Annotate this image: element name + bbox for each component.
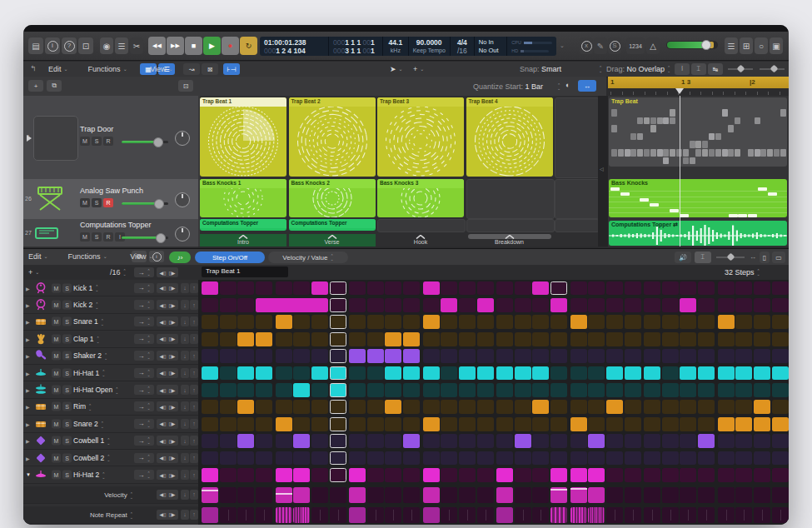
rotate-left-icon[interactable]: ◀▯ <box>160 421 167 426</box>
step-cell[interactable] <box>237 366 254 381</box>
step-cell[interactable] <box>532 417 549 431</box>
step-cell[interactable] <box>459 451 476 466</box>
step-cell[interactable] <box>570 315 587 329</box>
step-cell[interactable] <box>256 298 328 312</box>
step-cell[interactable] <box>256 315 272 329</box>
step-cell[interactable] <box>718 400 735 414</box>
step-cell[interactable] <box>606 400 623 414</box>
step-cell[interactable] <box>311 468 328 482</box>
step-cell[interactable] <box>385 468 401 482</box>
rotate-left-icon[interactable]: ◀▯ <box>160 336 167 341</box>
grid-arrange-divider[interactable]: ◁ <box>598 96 608 247</box>
record-button[interactable]: ● <box>222 37 239 55</box>
step-cell[interactable] <box>698 383 715 397</box>
step-cell[interactable] <box>772 298 789 312</box>
note-repeat-cell[interactable] <box>735 507 752 523</box>
step-cell[interactable] <box>330 315 346 329</box>
subrow-name[interactable]: Note Repeat⌃⌄ <box>90 511 133 518</box>
step-cell[interactable] <box>735 451 752 466</box>
velocity-cell[interactable] <box>588 487 605 503</box>
step-cell[interactable] <box>496 434 513 448</box>
row-solo-button[interactable]: S <box>62 419 72 428</box>
row-playback-mode[interactable]: →⌃⌄ <box>134 351 154 361</box>
row-header-rim[interactable]: ▶MSRim⌃⌄→⌃⌄◀▯▯▶↓↑ <box>23 399 198 416</box>
step-cell[interactable] <box>496 451 513 466</box>
add-track-button[interactable]: + <box>28 80 43 92</box>
track-m-button[interactable]: M <box>80 198 90 207</box>
step-cell[interactable] <box>293 400 310 414</box>
step-cell[interactable] <box>459 281 476 296</box>
velocity-cell[interactable] <box>441 487 457 503</box>
velocity-cell[interactable] <box>403 487 420 503</box>
row-header-kick-1[interactable]: ▶MSKick 1⌃⌄→⌃⌄◀▯▯▶↓↑ <box>23 280 198 296</box>
step-cell[interactable] <box>385 434 401 448</box>
menu-functions[interactable]: Functions⌄ <box>88 63 127 74</box>
row-solo-button[interactable]: S <box>62 453 72 462</box>
step-cell[interactable] <box>772 349 789 363</box>
step-cell[interactable] <box>202 315 218 329</box>
loop-cell-bass-knocks-3[interactable]: Bass Knocks 3 <box>377 179 464 217</box>
step-cell[interactable] <box>644 298 660 312</box>
row-mute-button[interactable]: M <box>52 419 61 428</box>
step-cell[interactable] <box>754 349 770 363</box>
rotate-left-icon[interactable]: ◀▯ <box>160 472 167 478</box>
step-cell[interactable] <box>515 434 531 448</box>
step-cell[interactable] <box>772 400 789 414</box>
loop-cell-bass-knocks-2[interactable]: Bass Knocks 2 <box>289 179 376 217</box>
step-cell[interactable] <box>311 332 328 346</box>
step-cell[interactable] <box>588 400 605 414</box>
velocity-level-line[interactable] <box>202 490 218 491</box>
velocity-cell[interactable] <box>311 487 328 503</box>
step-cell[interactable] <box>423 349 440 363</box>
step-cell[interactable] <box>349 434 366 448</box>
disclosure-icon[interactable]: ▶ <box>26 404 30 410</box>
step-cell[interactable] <box>496 366 513 381</box>
step-cell[interactable] <box>423 298 440 312</box>
step-cell[interactable] <box>680 315 696 329</box>
smart-controls-icon[interactable]: ◉ <box>100 37 113 54</box>
note-repeat-cell[interactable] <box>276 507 292 523</box>
track-r-button[interactable]: R <box>103 198 113 207</box>
empty-loop-cell[interactable] <box>377 219 466 232</box>
step-cell[interactable] <box>625 298 641 312</box>
step-cell[interactable] <box>496 417 513 431</box>
step-cell[interactable] <box>754 366 770 381</box>
disclosure-icon[interactable]: ▼ <box>26 472 31 477</box>
step-cell[interactable] <box>718 315 735 329</box>
pattern-length-menu[interactable]: 32 Steps⌃⌄ <box>725 266 760 277</box>
window-icon[interactable]: ▭ <box>772 252 785 263</box>
velocity-level-line[interactable] <box>570 488 587 490</box>
step-cell[interactable] <box>662 315 679 329</box>
note-repeat-cell[interactable] <box>515 507 531 523</box>
step-cell[interactable] <box>477 468 494 482</box>
step-cell[interactable] <box>423 434 440 448</box>
rotate-left-icon[interactable]: ◀▯ <box>160 302 167 308</box>
cell-play-icon[interactable] <box>27 135 32 142</box>
step-cell[interactable] <box>772 451 789 466</box>
note-repeat-cell[interactable] <box>237 507 254 523</box>
step-cell[interactable] <box>311 417 328 431</box>
step-cell[interactable] <box>772 417 789 431</box>
step-cell[interactable] <box>276 468 292 482</box>
step-cell[interactable] <box>662 400 679 414</box>
step-cell[interactable] <box>496 349 513 363</box>
step-cell[interactable] <box>550 298 567 312</box>
step-cell[interactable] <box>349 400 366 414</box>
step-cell[interactable] <box>515 366 531 381</box>
step-cell[interactable] <box>718 366 735 381</box>
loop-cell-bass-knocks-1[interactable]: Bass Knocks 1 <box>200 179 286 217</box>
row-increment-button[interactable]: ↑ <box>190 300 198 310</box>
step-cell[interactable] <box>606 349 623 363</box>
step-cell[interactable] <box>477 349 494 363</box>
step-cell[interactable] <box>330 468 346 482</box>
disclosure-icon[interactable]: ▶ <box>26 285 30 291</box>
pointer-tool[interactable]: ➤⌄ <box>390 63 403 74</box>
step-cell[interactable] <box>330 434 346 448</box>
step-cell[interactable] <box>477 383 494 397</box>
subrow-header-velocity[interactable]: Velocity⌃⌄◀▯▯▶↓↑ <box>23 486 198 504</box>
step-cell[interactable] <box>570 383 587 397</box>
count-in-button[interactable]: 1234 <box>626 37 645 54</box>
row-decrement-button[interactable]: ↓ <box>181 453 189 463</box>
subrow-increment-button[interactable]: ↑ <box>190 510 198 520</box>
step-cell[interactable] <box>625 468 641 482</box>
